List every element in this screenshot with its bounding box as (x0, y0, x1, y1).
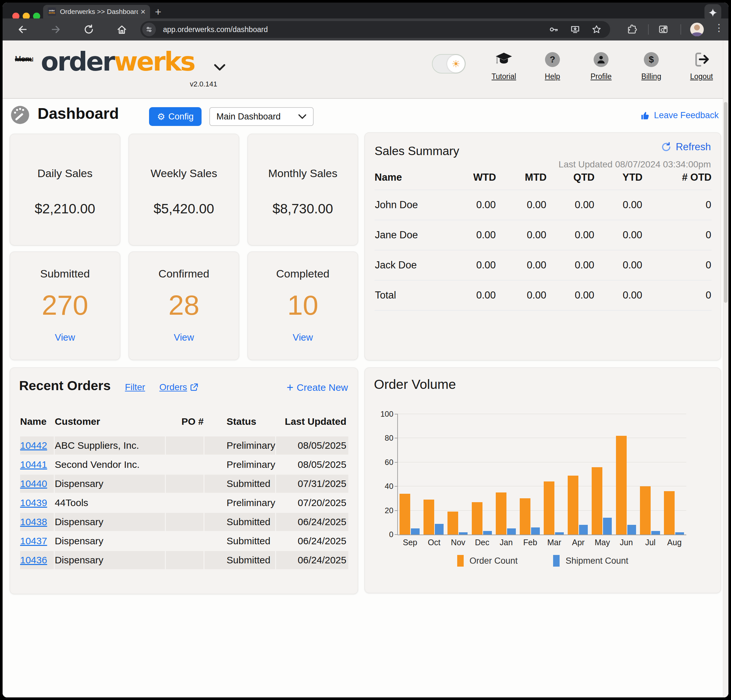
view-link[interactable]: View (293, 332, 313, 343)
order-link[interactable]: 10442 (20, 440, 47, 451)
browser-toolbar: app.orderwerks.com/dashboard ⋮ (3, 19, 728, 41)
last-updated-text: Last Updated 08/07/2024 03:34:00pm (559, 159, 711, 170)
logo-chevron-down-icon[interactable] (214, 64, 226, 71)
logout-exit-icon (680, 50, 722, 69)
extensions-puzzle-icon[interactable] (626, 24, 637, 35)
tab-title: Orderwerks >> Dashboard (60, 8, 138, 16)
x-axis-label: Nov (446, 538, 470, 547)
bar-order-count-Sep (399, 494, 410, 535)
bar-order-count-Dec (472, 502, 483, 535)
back-icon[interactable] (17, 24, 28, 35)
y-tick (395, 510, 398, 511)
x-axis-label: Jan (494, 538, 518, 547)
status-cell: Preliminary (204, 455, 275, 474)
status-cell: Submitted (204, 551, 275, 569)
recent-orders-header-row: Name Customer PO # Status Last Updated (20, 410, 348, 435)
scrollbar[interactable] (723, 41, 728, 697)
order-row: 10437DispensarySubmitted06/24/2025 (20, 532, 348, 550)
scrollbar-thumb[interactable] (724, 102, 727, 303)
page-title: Dashboard (38, 105, 119, 122)
salesperson-name: John Doe (374, 190, 465, 220)
external-link-icon (189, 383, 199, 392)
sales-value: 0.00 (465, 280, 496, 310)
recent-orders-body: 10442ABC Suppliers, Inc.Preliminary08/05… (20, 436, 348, 569)
y-tick-label: 100 (371, 410, 393, 419)
theme-toggle[interactable]: ☀ (432, 54, 465, 73)
order-link[interactable]: 10441 (20, 459, 47, 470)
order-row: 10442ABC Suppliers, Inc.Preliminary08/05… (20, 436, 348, 455)
status-cell: Preliminary (204, 436, 275, 455)
dashboard-select[interactable]: Main Dashboard (209, 107, 314, 126)
bar-shipment-count-Jun (627, 525, 636, 535)
po-cell (166, 436, 204, 455)
create-new-button[interactable]: + Create New (287, 382, 348, 393)
menu-button[interactable]: Menu (15, 53, 34, 63)
site-info-icon[interactable] (142, 23, 156, 36)
x-axis-label: Oct (422, 538, 446, 547)
legend-swatch (457, 555, 464, 567)
y-tick (395, 534, 398, 535)
orders-link[interactable]: Orders (159, 382, 199, 392)
config-button[interactable]: ⚙ Config (149, 107, 201, 126)
install-app-icon[interactable] (570, 24, 580, 35)
order-link[interactable]: 10437 (20, 536, 47, 546)
tutorial-button[interactable]: Tutorial (483, 50, 525, 81)
forward-icon[interactable] (50, 24, 61, 35)
daily-sales-card: Daily Sales $2,210.00 (10, 134, 120, 245)
legend-label: Shipment Count (565, 556, 628, 566)
customer-cell: Second Vendor Inc. (55, 455, 165, 474)
status-count: 28 (169, 289, 200, 321)
status-label: Completed (276, 267, 329, 280)
po-cell (166, 455, 204, 474)
updated-cell: 06/24/2025 (276, 513, 348, 531)
updated-cell: 06/24/2025 (276, 532, 348, 550)
profile-label: Profile (580, 72, 622, 81)
order-row: 10436DispensarySubmitted06/24/2025 (20, 551, 348, 569)
bookmark-star-icon[interactable] (592, 24, 602, 35)
bar-shipment-count-Feb (531, 527, 540, 535)
refresh-link[interactable]: Refresh (661, 141, 711, 153)
billing-button[interactable]: $ Billing (630, 50, 672, 81)
filter-link[interactable]: Filter (125, 382, 145, 392)
help-label: Help (531, 72, 574, 81)
view-link[interactable]: View (55, 332, 75, 343)
y-tick-label: 20 (371, 506, 393, 515)
browser-tab[interactable]: order werks Orderwerks >> Dashboard × (43, 5, 150, 19)
favicon-text-2: werks (48, 12, 55, 14)
order-row: 1043944ToolsPreliminary07/20/2025 (20, 494, 348, 512)
reload-icon[interactable] (83, 24, 94, 35)
orderwerks-logo[interactable]: orderwerks (41, 49, 194, 75)
order-link[interactable]: 10439 (20, 497, 47, 508)
home-icon[interactable] (116, 24, 127, 35)
leave-feedback-link[interactable]: Leave Feedback (640, 110, 719, 120)
password-key-icon[interactable] (549, 24, 559, 35)
bar-order-count-Jun (616, 436, 627, 535)
view-link[interactable]: View (174, 332, 194, 343)
order-volume-chart: 020406080100SepOctNovDecJanFebMarAprMayJ… (397, 414, 686, 535)
browser-menu-icon[interactable]: ⋮ (714, 22, 724, 33)
bar-order-count-Oct (424, 499, 434, 535)
order-link[interactable]: 10436 (20, 555, 47, 565)
new-tab-button[interactable]: + (155, 6, 161, 17)
side-search-panel-icon[interactable] (658, 24, 669, 35)
help-button[interactable]: ? Help (531, 50, 574, 81)
url-text[interactable]: app.orderwerks.com/dashboard (163, 25, 549, 34)
x-axis-label: Mar (542, 538, 567, 547)
status-label: Submitted (40, 267, 90, 280)
kpi-value: $2,210.00 (35, 201, 95, 217)
order-link[interactable]: 10438 (20, 516, 47, 527)
y-tick-label: 80 (371, 433, 393, 442)
sales-value: 0.00 (594, 190, 643, 220)
order-link[interactable]: 10440 (20, 478, 47, 489)
sales-value: 0.00 (547, 190, 594, 220)
logout-button[interactable]: Logout (680, 50, 722, 81)
profile-avatar[interactable] (690, 23, 704, 36)
recent-orders-table: Name Customer PO # Status Last Updated 1… (19, 409, 349, 570)
y-tick (395, 486, 398, 487)
column-header: Status (204, 410, 275, 435)
sales-value: 0 (643, 280, 712, 310)
url-bar[interactable]: app.orderwerks.com/dashboard (140, 21, 610, 38)
tab-close-icon[interactable]: × (141, 7, 145, 17)
profile-button[interactable]: Profile (580, 50, 622, 81)
order-volume-title: Order Volume (374, 377, 456, 392)
